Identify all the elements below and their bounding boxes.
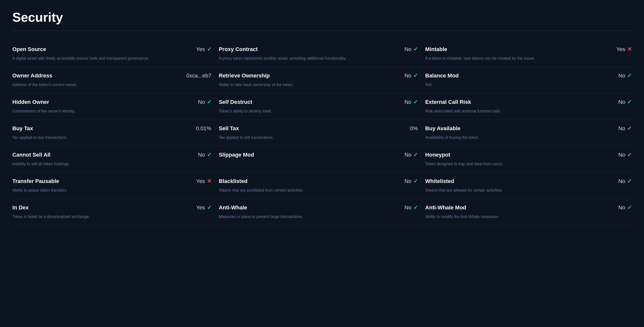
cell-desc: Risk associated with external function c… — [425, 108, 632, 114]
security-cell: Whitelisted No✓ Tokens that are allowed … — [425, 173, 632, 199]
check-icon: ✓ — [413, 178, 418, 184]
cell-label: Cannot Sell All — [12, 152, 50, 158]
cell-value: No✓ — [618, 72, 632, 79]
security-cell: Blacklisted No✓ Tokens that are prohibit… — [219, 173, 426, 199]
cell-label: Balance Mod — [425, 72, 459, 79]
cell-desc: Tokens that are prohibited from certain … — [219, 187, 418, 193]
cell-value: No✓ — [618, 99, 632, 105]
security-cell: Balance Mod No✓ N/A — [425, 67, 632, 93]
cell-label: Open Source — [12, 46, 46, 52]
cell-label: Mintable — [425, 46, 447, 52]
cell-header: Whitelisted No✓ — [425, 178, 632, 184]
cell-label: Blacklisted — [219, 178, 248, 184]
page-title: Security — [12, 10, 632, 25]
cell-label: Slippage Mod — [219, 152, 254, 158]
cell-header: Self Destruct No✓ — [219, 99, 418, 105]
cell-value: Yes✕ — [196, 178, 212, 184]
cell-label: External Call Risk — [425, 99, 471, 105]
cell-header: Blacklisted No✓ — [219, 178, 418, 184]
check-icon: ✓ — [413, 46, 418, 52]
cell-header: Anti-Whale Mod No✓ — [425, 204, 632, 211]
check-icon: ✓ — [627, 152, 632, 158]
check-icon: ✓ — [627, 72, 632, 79]
cell-header: Slippage Mod No✓ — [219, 152, 418, 158]
cell-header: Hidden Owner No✓ — [12, 99, 212, 105]
check-icon: ✓ — [627, 99, 632, 105]
cell-value: No✓ — [198, 152, 212, 158]
cell-value: Yes✓ — [196, 204, 212, 211]
cell-label: Buy Tax — [12, 125, 33, 132]
cell-value: No✓ — [404, 72, 418, 79]
security-cell: Mintable Yes✕ If a token is mintable, ne… — [425, 41, 632, 67]
cell-desc: Concealment of the owner's identity. — [12, 108, 212, 114]
cell-label: Retrieve Ownership — [219, 72, 270, 79]
check-icon: ✓ — [627, 204, 632, 211]
cell-value: No✓ — [618, 125, 632, 132]
cell-header: Buy Available No✓ — [425, 125, 632, 132]
cell-value: Yes✓ — [196, 46, 212, 52]
cell-value: No✓ — [198, 99, 212, 105]
cell-desc: Ability to pause token transfers. — [12, 187, 212, 193]
check-icon: ✓ — [627, 178, 632, 184]
cell-value: No✓ — [618, 204, 632, 211]
security-cell: Anti-Whale No✓ Measures in place to prev… — [219, 199, 426, 225]
cell-header: Buy Tax 0.01% — [12, 125, 212, 132]
security-cell: Sell Tax 0% Tax applied to sell transact… — [219, 120, 426, 146]
cell-value: No✓ — [618, 178, 632, 184]
cell-label: Self Destruct — [219, 99, 252, 105]
security-cell: Buy Tax 0.01% Tax applied to buy transac… — [12, 120, 219, 146]
security-cell: Honeypot No✓ Token designed to trap and … — [425, 146, 632, 173]
x-icon: ✕ — [207, 178, 212, 184]
cell-value: 0% — [410, 125, 418, 132]
check-icon: ✓ — [207, 46, 212, 52]
security-cell: Cannot Sell All No✓ Inability to sell al… — [12, 146, 219, 173]
cell-header: Transfer Pausable Yes✕ — [12, 178, 212, 184]
section-divider — [12, 30, 632, 31]
cell-label: Buy Available — [425, 125, 460, 132]
security-cell: Slippage Mod No✓ — [219, 146, 426, 173]
cell-label: Proxy Contract — [219, 46, 258, 52]
cell-desc: Token is listed on a decentralized excha… — [12, 214, 212, 220]
cell-header: Retrieve Ownership No✓ — [219, 72, 418, 79]
cell-label: Owner Address — [12, 72, 52, 79]
security-cell: Open Source Yes✓ A digital asset with fr… — [12, 41, 219, 67]
cell-label: In Dex — [12, 204, 28, 211]
cell-desc: A digital asset with freely accessible s… — [12, 55, 212, 61]
cell-desc: Tax applied to buy transactions. — [12, 135, 212, 141]
cell-header: Cannot Sell All No✓ — [12, 152, 212, 158]
check-icon: ✓ — [207, 99, 212, 105]
cell-value: No✓ — [618, 152, 632, 158]
cell-value: 0xca...eb7 — [186, 72, 212, 79]
cell-desc: Inability to sell all token holdings. — [12, 161, 212, 167]
cell-header: External Call Risk No✓ — [425, 99, 632, 105]
check-icon: ✓ — [207, 152, 212, 158]
cell-desc: Ability to take back ownership of the to… — [219, 82, 418, 88]
cell-label: Whitelisted — [425, 178, 454, 184]
security-cell: Retrieve Ownership No✓ Ability to take b… — [219, 67, 426, 93]
cell-value: No✓ — [404, 46, 418, 52]
cell-desc: Ability to modify the Anti-Whale measure… — [425, 214, 632, 220]
security-cell: Transfer Pausable Yes✕ Ability to pause … — [12, 173, 219, 199]
security-cell: Self Destruct No✓ Token's ability to des… — [219, 93, 426, 120]
x-icon: ✕ — [627, 46, 632, 52]
cell-value: No✓ — [404, 204, 418, 211]
cell-header: In Dex Yes✓ — [12, 204, 212, 211]
cell-desc: Availability of buying the token. — [425, 135, 632, 141]
cell-desc: A proxy token represents another asset, … — [219, 55, 418, 61]
check-icon: ✓ — [627, 125, 632, 132]
cell-desc: Address of the token's current owner. — [12, 82, 212, 88]
security-cell: In Dex Yes✓ Token is listed on a decentr… — [12, 199, 219, 225]
cell-header: Sell Tax 0% — [219, 125, 418, 132]
cell-value: No✓ — [404, 152, 418, 158]
security-cell: Anti-Whale Mod No✓ Ability to modify the… — [425, 199, 632, 225]
cell-header: Balance Mod No✓ — [425, 72, 632, 79]
cell-label: Hidden Owner — [12, 99, 49, 105]
cell-header: Proxy Contract No✓ — [219, 46, 418, 52]
check-icon: ✓ — [413, 152, 418, 158]
security-cell: Owner Address 0xca...eb7 Address of the … — [12, 67, 219, 93]
security-cell: Buy Available No✓ Availability of buying… — [425, 120, 632, 146]
cell-label: Honeypot — [425, 152, 450, 158]
cell-header: Honeypot No✓ — [425, 152, 632, 158]
check-icon: ✓ — [413, 204, 418, 211]
cell-desc: Tax applied to sell transactions. — [219, 135, 418, 141]
